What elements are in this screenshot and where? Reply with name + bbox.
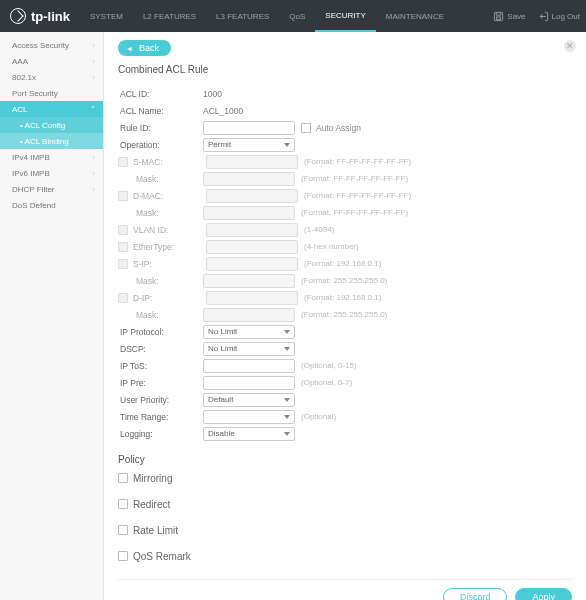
chevron-right-icon: › — [92, 57, 95, 66]
field-input[interactable] — [206, 240, 298, 254]
policy-label: QoS Remark — [133, 551, 191, 562]
field-checkbox[interactable] — [118, 259, 128, 269]
sidebar-item-dhcp-filter[interactable]: DHCP Filter› — [0, 181, 103, 197]
field-checkbox[interactable] — [118, 293, 128, 303]
field-label: EtherType: — [133, 242, 206, 252]
policy-label: Rate Limit — [133, 525, 178, 536]
acl-name-label: ACL Name: — [118, 106, 203, 116]
policy-label: Mirroring — [133, 473, 172, 484]
save-icon — [493, 11, 504, 22]
field-input[interactable] — [206, 155, 298, 169]
field-input[interactable] — [203, 206, 295, 220]
field-hint: (Format: FF-FF-FF-FF-FF-FF) — [301, 174, 408, 183]
sidebar-item-access-security[interactable]: Access Security› — [0, 37, 103, 53]
tab-maintenance[interactable]: MAINTENANCE — [376, 0, 454, 32]
policy-checkbox-redirect[interactable] — [118, 499, 128, 509]
field-checkbox[interactable] — [118, 225, 128, 235]
tab-l3-features[interactable]: L3 FEATURES — [206, 0, 279, 32]
chevron-right-icon: › — [92, 169, 95, 178]
field-input[interactable] — [203, 172, 295, 186]
sidebar-item-dos-defend[interactable]: DoS Defend — [0, 197, 103, 213]
sidebar-item-aaa[interactable]: AAA› — [0, 53, 103, 69]
field-label: Mask: — [118, 174, 203, 184]
chevron-right-icon: › — [92, 41, 95, 50]
brand: tp-link — [0, 8, 80, 24]
policy-label: Redirect — [133, 499, 170, 510]
field-label: Mask: — [118, 310, 203, 320]
field-hint: (Format: 255.255.255.0) — [301, 310, 387, 319]
brand-icon — [10, 8, 26, 24]
field-input[interactable] — [203, 274, 295, 288]
tab-qos[interactable]: QoS — [279, 0, 315, 32]
user-priority-label: User Priority: — [118, 395, 203, 405]
back-button[interactable]: Back — [118, 40, 171, 56]
field-hint: (1-4094) — [304, 225, 334, 234]
field-input[interactable] — [206, 223, 298, 237]
field-checkbox[interactable] — [118, 242, 128, 252]
tab-system[interactable]: SYSTEM — [80, 0, 133, 32]
time-range-label: Time Range: — [118, 412, 203, 422]
time-range-select[interactable] — [203, 410, 295, 424]
field-hint: (Format: FF-FF-FF-FF-FF-FF) — [301, 208, 408, 217]
field-label: Mask: — [118, 276, 203, 286]
ip-protocol-label: IP Protocol: — [118, 327, 203, 337]
main-tabs: SYSTEML2 FEATURESL3 FEATURESQoSSECURITYM… — [80, 0, 454, 32]
tab-security[interactable]: SECURITY — [315, 0, 375, 32]
sidebar-sub-acl-binding[interactable]: • ACL Binding — [0, 133, 103, 149]
main-panel: ✕ Back Combined ACL Rule ACL ID: 1000 AC… — [104, 32, 586, 600]
acl-name-value: ACL_1000 — [203, 106, 295, 116]
policy-checkbox-mirroring[interactable] — [118, 473, 128, 483]
field-input[interactable] — [206, 189, 298, 203]
field-label: D-IP: — [133, 293, 206, 303]
rule-id-input[interactable] — [203, 121, 295, 135]
logging-label: Logging: — [118, 429, 203, 439]
policy-heading: Policy — [118, 454, 572, 465]
field-input[interactable] — [206, 291, 298, 305]
apply-button[interactable]: Apply — [515, 588, 572, 600]
sidebar-item-ipv4-impb[interactable]: IPv4 IMPB› — [0, 149, 103, 165]
rule-id-label: Rule ID: — [118, 123, 203, 133]
ip-tos-hint: (Optional, 0-15) — [301, 361, 357, 370]
field-hint: (Format: FF-FF-FF-FF-FF-FF) — [304, 157, 411, 166]
acl-id-label: ACL ID: — [118, 89, 203, 99]
field-input[interactable] — [206, 257, 298, 271]
logout-icon — [538, 11, 549, 22]
ip-tos-input[interactable] — [203, 359, 295, 373]
field-checkbox[interactable] — [118, 157, 128, 167]
logout-button[interactable]: Log Out — [532, 0, 586, 32]
discard-button[interactable]: Discard — [443, 588, 508, 600]
sidebar-sub-acl-config[interactable]: • ACL Config — [0, 117, 103, 133]
dscp-select[interactable]: No Limit — [203, 342, 295, 356]
logging-select[interactable]: Disable — [203, 427, 295, 441]
save-button[interactable]: Save — [487, 0, 531, 32]
field-checkbox[interactable] — [118, 191, 128, 201]
sidebar-item-ipv6-impb[interactable]: IPv6 IMPB› — [0, 165, 103, 181]
chevron-right-icon: › — [92, 153, 95, 162]
field-hint: (Format: 192.168.0.1) — [304, 259, 381, 268]
auto-assign-checkbox[interactable] — [301, 123, 311, 133]
sidebar-item-port-security[interactable]: Port Security — [0, 85, 103, 101]
chevron-right-icon: › — [92, 185, 95, 194]
user-priority-select[interactable]: Default — [203, 393, 295, 407]
field-label: S-MAC: — [133, 157, 206, 167]
ip-tos-label: IP ToS: — [118, 361, 203, 371]
field-label: D-MAC: — [133, 191, 206, 201]
policy-checkbox-rate-limit[interactable] — [118, 525, 128, 535]
policy-checkbox-qos-remark[interactable] — [118, 551, 128, 561]
field-hint: (4-hex number) — [304, 242, 359, 251]
operation-select[interactable]: Permit — [203, 138, 295, 152]
tab-l2-features[interactable]: L2 FEATURES — [133, 0, 206, 32]
ip-pre-input[interactable] — [203, 376, 295, 390]
dscp-label: DSCP: — [118, 344, 203, 354]
sidebar-item-acl[interactable]: ACL˅ — [0, 101, 103, 117]
field-input[interactable] — [203, 308, 295, 322]
field-hint: (Format: 255.255.255.0) — [301, 276, 387, 285]
ip-pre-hint: (Optional, 0-7) — [301, 378, 352, 387]
page-title: Combined ACL Rule — [118, 64, 572, 75]
ip-protocol-select[interactable]: No Limit — [203, 325, 295, 339]
auto-assign-label: Auto Assign — [316, 123, 361, 133]
field-label: Mask: — [118, 208, 203, 218]
field-label: S-IP: — [133, 259, 206, 269]
close-icon[interactable]: ✕ — [564, 40, 576, 52]
sidebar-item-802-1x[interactable]: 802.1x› — [0, 69, 103, 85]
